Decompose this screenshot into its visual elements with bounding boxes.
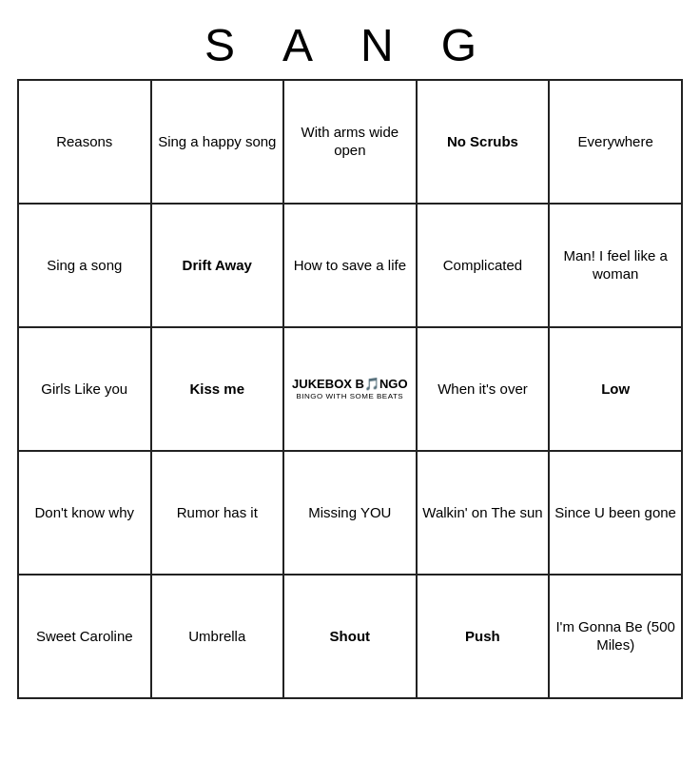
cell-2-0: Girls Like you [18, 327, 151, 451]
cell-0-3: No Scrubs [417, 80, 550, 204]
cell-3-1: Rumor has it [151, 451, 284, 575]
table-row: Sweet Caroline Umbrella Shout Push I'm G… [18, 575, 682, 698]
table-row: Sing a song Drift Away How to save a lif… [18, 204, 682, 327]
title-letter-s: S [204, 19, 254, 71]
cell-4-2: Shout [283, 575, 417, 698]
bingo-title: S A N G [17, 19, 683, 71]
cell-4-0: Sweet Caroline [18, 575, 151, 698]
title-letter-a: A [282, 19, 332, 71]
cell-2-4: Low [549, 327, 682, 451]
cell-2-2: JUKEBOX B🎵NGO BINGO WITH SOME BEATS [283, 327, 417, 451]
cell-1-3: Complicated [417, 204, 550, 327]
cell-4-1: Umbrella [151, 575, 284, 698]
cell-1-4: Man! I feel like a woman [549, 204, 682, 327]
jukebox-sub: BINGO WITH SOME BEATS [288, 392, 412, 401]
cell-2-3: When it's over [417, 327, 550, 451]
cell-2-1: Kiss me [151, 327, 284, 451]
table-row: Reasons Sing a happy song With arms wide… [18, 80, 682, 204]
cell-1-1: Drift Away [151, 204, 284, 327]
bingo-grid: Reasons Sing a happy song With arms wide… [17, 79, 683, 699]
cell-3-4: Since U been gone [549, 451, 682, 575]
cell-1-0: Sing a song [18, 204, 151, 327]
title-letter-g: G [441, 19, 496, 71]
cell-0-0: Reasons [18, 80, 151, 204]
cell-3-3: Walkin' on The sun [417, 451, 550, 575]
table-row: Don't know why Rumor has it Missing YOU … [18, 451, 682, 575]
cell-0-4: Everywhere [549, 80, 682, 204]
cell-0-2: With arms wide open [283, 80, 417, 204]
cell-3-2: Missing YOU [283, 451, 417, 575]
cell-4-3: Push [417, 575, 550, 698]
table-row: Girls Like you Kiss me JUKEBOX B🎵NGO BIN… [18, 327, 682, 451]
jukebox-logo: JUKEBOX B🎵NGO BINGO WITH SOME BEATS [288, 377, 412, 401]
title-letter-n: N [360, 19, 413, 71]
cell-1-2: How to save a life [283, 204, 417, 327]
cell-3-0: Don't know why [18, 451, 151, 575]
cell-0-1: Sing a happy song [151, 80, 284, 204]
cell-4-4: I'm Gonna Be (500 Miles) [549, 575, 682, 698]
jukebox-title: JUKEBOX B🎵NGO [288, 377, 412, 392]
